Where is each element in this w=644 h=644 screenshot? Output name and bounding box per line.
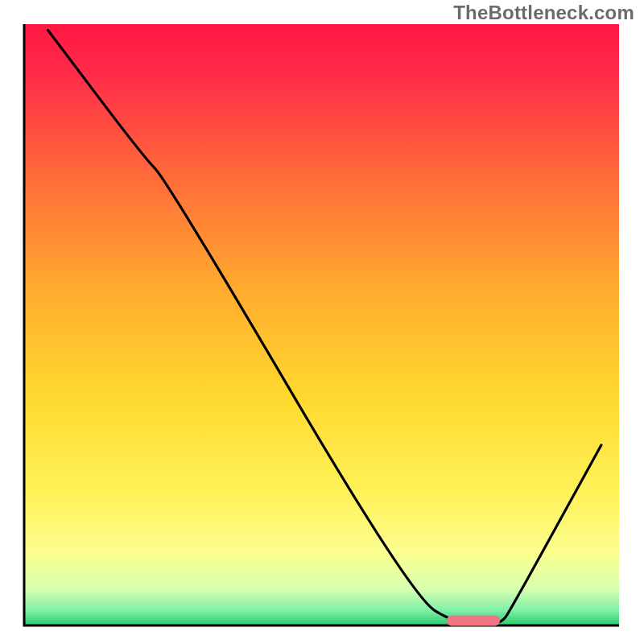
plot-background — [24, 24, 619, 625]
bottleneck-chart — [0, 0, 644, 644]
watermark-label: TheBottleneck.com — [453, 2, 634, 24]
optimal-range-marker — [447, 616, 501, 626]
chart-container: TheBottleneck.com — [0, 0, 644, 644]
